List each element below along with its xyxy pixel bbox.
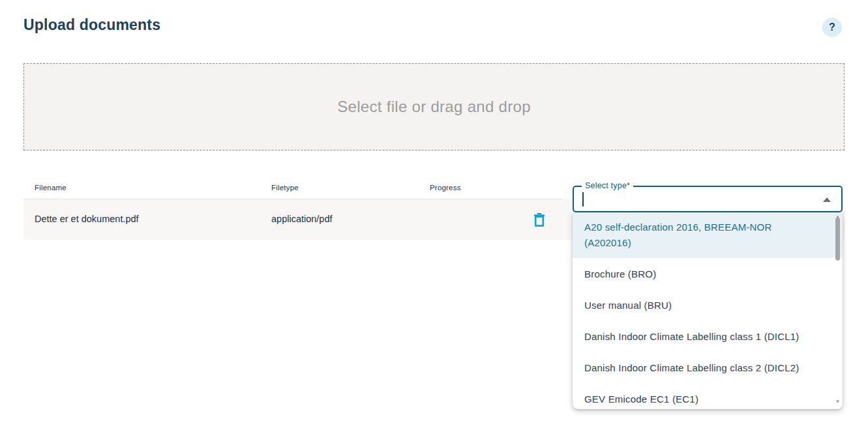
dropzone-label: Select file or drag and drop — [337, 98, 531, 116]
column-header-progress: Progress — [430, 184, 461, 192]
file-dropzone[interactable]: Select file or drag and drop — [23, 63, 845, 150]
cell-filetype: application/pdf — [271, 214, 333, 224]
option-dicl1[interactable]: Danish Indoor Climate Labelling class 1 … — [573, 321, 843, 352]
help-button[interactable]: ? — [822, 18, 842, 37]
text-caret — [582, 192, 584, 207]
select-type-combobox[interactable]: Select type* — [573, 186, 843, 212]
cell-filename: Dette er et dokument.pdf — [35, 214, 139, 224]
column-header-filetype: Filetype — [271, 184, 299, 192]
trash-icon — [533, 213, 545, 227]
delete-file-button[interactable] — [527, 207, 552, 232]
column-header-filename: Filename — [35, 184, 67, 192]
select-type-dropdown-panel: A20 self-declaration 2016, BREEAM-NOR (A… — [573, 213, 843, 409]
select-type-input[interactable] — [582, 191, 797, 208]
question-mark-icon: ? — [829, 21, 835, 33]
select-type-label: Select type* — [582, 181, 633, 190]
scrollbar-thumb[interactable] — [835, 218, 840, 261]
option-bru[interactable]: User manual (BRU) — [573, 289, 843, 321]
option-ec1[interactable]: GEV Emicode EC1 (EC1) — [573, 383, 843, 409]
option-dicl2[interactable]: Danish Indoor Climate Labelling class 2 … — [573, 352, 843, 383]
dropdown-scrollbar[interactable]: ▲ ▼ — [833, 213, 843, 409]
option-bro[interactable]: Brochure (BRO) — [573, 258, 843, 289]
option-a202016[interactable]: A20 self-declaration 2016, BREEAM-NOR (A… — [573, 213, 843, 258]
chevron-up-icon[interactable] — [823, 197, 831, 202]
page-title: Upload documents — [23, 16, 160, 34]
scroll-down-icon[interactable]: ▼ — [833, 399, 843, 405]
